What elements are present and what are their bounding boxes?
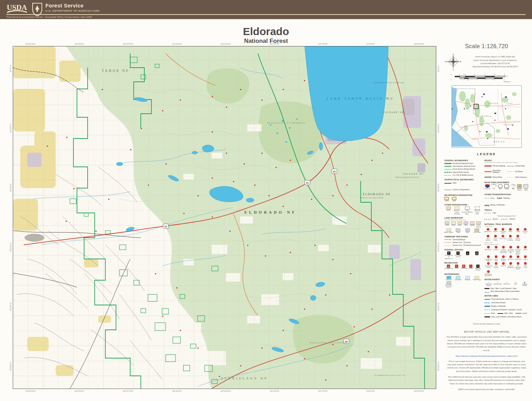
legend-header: WATER POINTS: [484, 278, 529, 281]
trail-marker: Pacific Northwest: [507, 235, 514, 241]
legend-item: State: [444, 182, 456, 184]
legend-item: Proclaimed National Forest: [444, 163, 481, 165]
legend-item: Rapids or Waterfall: [484, 305, 506, 307]
line-swatch: [507, 177, 514, 178]
svg-text:E: E: [460, 61, 461, 63]
scenic-trail-markers: AppalachianArizonaContinental DivideFlor…: [484, 228, 529, 241]
scenic-trail-swatch: [484, 219, 492, 220]
legend-header: WATER LINES: [484, 295, 529, 297]
legend-item: ▲NPS: [463, 252, 472, 260]
legend-item: U.S. Fish & Wildlife Service: [444, 174, 481, 176]
legend-item: Intermittent Stream: [484, 302, 506, 304]
trail-marker-icon: [509, 262, 512, 265]
legend-item: Wetland: [463, 276, 472, 281]
locator-label-california: CALIFORNIA: [477, 115, 492, 117]
scale-text: Scale 1:126,720: [443, 43, 531, 50]
coord-label: 38°30'0"N: [437, 303, 439, 311]
legend-item: DOD: [444, 207, 452, 215]
miles-bar: [455, 76, 505, 77]
line-swatch: [507, 171, 514, 172]
trail-marker-icon: [509, 255, 512, 258]
legend-item: BIA: [510, 184, 516, 191]
trail-marker-icon: [502, 262, 505, 265]
trail-marker: Old Spanish: [515, 255, 522, 261]
svg-text:N: N: [453, 53, 454, 56]
line-swatch: [484, 313, 490, 314]
trail-marker: North Country: [492, 235, 499, 241]
trail-marker-icon: [495, 262, 498, 265]
lake-tahoe: [305, 46, 388, 141]
historic-trails-caption: Historic Trails: [484, 242, 529, 243]
legend-item: USFS: [444, 197, 449, 202]
legend-item: Trail: [484, 212, 529, 214]
usda-logo: USDA: [6, 2, 28, 16]
line-swatch: [484, 198, 489, 199]
legend-left-column: FEDERAL BOUNDARIES Proclaimed National F…: [444, 157, 481, 318]
trail-marker: Lewis & Clark: [493, 255, 500, 261]
legend-item: Foreshore/ Mud Flat: [444, 281, 453, 288]
trail-marker-icon: [524, 262, 527, 265]
state-locator-map: CALIFORNIA NEVADA UTAH ARIZONA MEXICO Pa…: [451, 85, 522, 148]
roads-list: Primary HighwayGravel RoadSecondary High…: [484, 164, 529, 179]
coord-label: 119°52'30"W: [414, 390, 424, 392]
line-swatch: [444, 175, 451, 176]
coord-label: 119°52'30"W: [414, 43, 424, 45]
legend-header: GEOPOLITICAL BOUNDARIES: [444, 179, 481, 181]
ownership-row1: USFSUSFSBLMNPSUSFWSOther Federal: [444, 221, 481, 228]
legend-item: Gravel Road: [507, 165, 529, 167]
coord-label: 120°30'0"W: [172, 390, 181, 392]
trail-marker: Ala Kahakai: [484, 246, 492, 255]
ownership-row2: Alaska NativeTribalStateOther State: [444, 228, 481, 233]
legend-item: □Well: [511, 281, 520, 287]
trail-marker: Overmountain Victory: [484, 262, 492, 270]
legend-item: ▲Campground: [444, 265, 453, 271]
coord-label: 120°30'0"W: [172, 43, 181, 45]
mvum-link[interactable]: https://www.fs.usda.gov/recreation/progr…: [446, 355, 527, 357]
legend-item: ⊓Picnic: [453, 265, 460, 271]
federal-boundaries-list: Proclaimed National ForestAdministrative…: [444, 163, 481, 176]
map-canvas: 50 50 88 89 TAHOE NF LAKE TAHOE BASIN MU…: [13, 46, 436, 389]
trail-marker-icon: [517, 255, 520, 258]
line-swatch: [516, 313, 521, 314]
trail-marker: Pacific Crest: [499, 235, 506, 241]
coord-label: 38°52'30"N: [437, 124, 439, 132]
legend-header: RECREATION: [444, 262, 481, 264]
recreation-list: ▲Campground⊓Picnic⚑Trail head⌂CabinEEntr…: [444, 265, 481, 271]
trail-marker: Nez Perce: [507, 255, 514, 261]
svg-text:S: S: [453, 68, 454, 70]
legend-item: ○Sink/ Rise: [503, 281, 511, 287]
miles-unit: 5 Miles: [504, 73, 508, 77]
line-swatch: [484, 306, 490, 307]
banner-subline: Field Services & Innovation Center - Geo…: [6, 16, 92, 18]
label-lake-tahoe-nsp: LAKE TAHOE NEVADA STATE PARK: [373, 82, 404, 84]
trail-marker: El Camino Real de los Tejas: [507, 246, 514, 255]
coord-label: 120°0'0"W: [366, 43, 375, 45]
legend-item: Railroad: [497, 197, 510, 199]
line-swatch: [484, 310, 490, 310]
legend-item: ■Gaging Station: [521, 281, 529, 287]
legend-header: FEDERAL OFFICES: [444, 249, 481, 251]
mvum-paragraph: The MVUM is a legal enforceable document…: [446, 335, 527, 352]
mvum-title: MOTOR VEHICLE USE MAP (MVUM): [446, 331, 527, 333]
legend-item: Reef: [484, 312, 495, 315]
coord-label: 120°7'30"W: [318, 43, 327, 45]
coord-label: 120°52'30"W: [25, 390, 35, 392]
trail-marker: Arizona: [492, 228, 499, 234]
ndt-caption: National Designated Trails: [484, 215, 529, 217]
line-swatch: [507, 166, 514, 166]
label-toiyabe-nf-north: TOIYABE NF: [383, 111, 404, 114]
legend-item: USFS: [444, 221, 450, 228]
legend-item: Byway or Backway: [484, 204, 505, 206]
label-eldorado-east-sub: (ADMIN. BY LAKE TAHOE BASIN MU): [360, 197, 384, 199]
line-swatch: [484, 288, 489, 289]
legend-note: Check with the local office for up-to-da…: [484, 162, 529, 163]
latitude-labels-left: 39°0'0"N38°52'30"N38°45'0"N38°37'30"N38°…: [9, 46, 12, 389]
trail-marker-icon: [524, 246, 527, 249]
projection-line: North American Equidistant Conic Project…: [462, 58, 528, 62]
trail-marker: Ice Age: [514, 228, 521, 234]
agency-dept: U.S. DEPARTMENT OF AGRICULTURE: [45, 9, 100, 12]
trail-marker-icon: [487, 228, 489, 231]
legend-item: ~Waterfall/ Rapids: [484, 281, 493, 287]
longitude-labels-top: 120°52'30"W120°45'0"W120°37'30"W120°30'0…: [13, 43, 436, 45]
legend-item: NPS: [463, 221, 469, 228]
